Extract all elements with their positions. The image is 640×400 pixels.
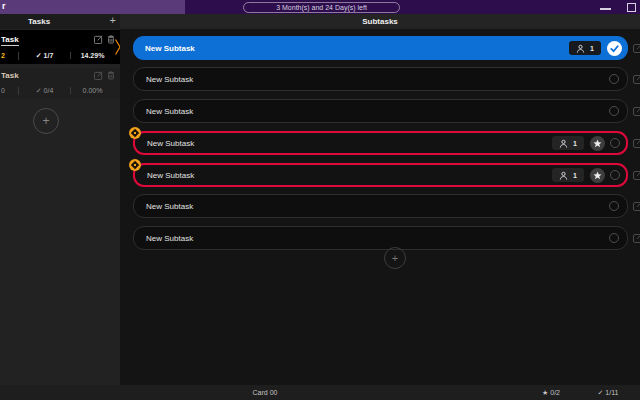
alert-badge-icon bbox=[129, 159, 141, 171]
task-count: 2 bbox=[0, 52, 18, 59]
titlebar-left-segment: r bbox=[0, 0, 185, 14]
add-subtask-circle-button[interactable]: + bbox=[384, 247, 406, 269]
assignee-count-badge: 1 bbox=[552, 168, 584, 182]
time-remaining-pill: 3 Month(s) and 24 Day(s) left bbox=[243, 2, 400, 13]
maximize-button[interactable] bbox=[627, 3, 636, 12]
complete-toggle[interactable] bbox=[609, 106, 619, 116]
assignee-count-badge: 1 bbox=[569, 41, 601, 55]
subtask-row[interactable]: New Subtask bbox=[133, 226, 628, 250]
subtask-row[interactable]: New Subtask bbox=[133, 67, 628, 91]
task-title: Task bbox=[1, 35, 19, 46]
subtasks-panel-header: Subtasks bbox=[120, 14, 640, 29]
task-percent: 14.29% bbox=[70, 52, 114, 59]
person-icon bbox=[559, 139, 568, 148]
subtask-row-flagged[interactable]: New Subtask 1 bbox=[133, 163, 628, 187]
star-button[interactable] bbox=[590, 168, 605, 183]
card-label: Card 00 bbox=[0, 389, 530, 396]
subtasks-panel: New Subtask 1 New Subtask bbox=[120, 29, 640, 385]
task-percent: 0.00% bbox=[70, 87, 114, 94]
add-task-circle-button[interactable]: + bbox=[33, 108, 59, 134]
minimize-button[interactable] bbox=[600, 8, 611, 10]
task-title: Task bbox=[1, 71, 19, 81]
check-icon: ✓ bbox=[36, 52, 42, 59]
task-stats: 2 ✓ 1/7 14.29% bbox=[0, 50, 114, 61]
edit-subtask-icon[interactable] bbox=[633, 201, 640, 211]
complete-toggle[interactable] bbox=[609, 201, 619, 211]
star-button[interactable] bbox=[590, 136, 605, 151]
task-card-selected[interactable]: Task 2 ✓ 1/7 14.29% bbox=[0, 30, 120, 64]
person-icon bbox=[559, 171, 568, 180]
edit-subtask-icon[interactable] bbox=[633, 233, 640, 243]
person-icon bbox=[576, 44, 585, 53]
statusbar: Card 00 ★ 0/2 ✓ 1/11 bbox=[0, 385, 640, 400]
titlebar: r 3 Month(s) and 24 Day(s) left bbox=[0, 0, 640, 14]
task-done-ratio: ✓ 0/4 bbox=[18, 87, 70, 95]
window-title-fragment: r bbox=[2, 1, 6, 11]
subtask-row[interactable]: New Subtask bbox=[133, 99, 628, 123]
edit-subtask-icon[interactable] bbox=[633, 106, 640, 116]
delete-task-icon[interactable] bbox=[107, 71, 115, 80]
completed-summary: ✓ 1/11 bbox=[586, 389, 630, 397]
subtask-row[interactable]: New Subtask bbox=[133, 194, 628, 218]
subtask-row-flagged[interactable]: New Subtask 1 bbox=[133, 131, 628, 155]
app-window: r 3 Month(s) and 24 Day(s) left Tasks + … bbox=[0, 0, 640, 400]
subtask-label: New Subtask bbox=[147, 171, 552, 180]
complete-toggle[interactable] bbox=[610, 138, 620, 148]
star-icon: ★ bbox=[542, 389, 548, 396]
subtask-label: New Subtask bbox=[145, 44, 569, 53]
assignee-count-badge: 1 bbox=[552, 136, 584, 150]
edit-task-icon[interactable] bbox=[94, 71, 103, 80]
task-count: 0 bbox=[0, 87, 18, 94]
task-stats: 0 ✓ 0/4 0.00% bbox=[0, 85, 114, 96]
edit-subtask-icon[interactable] bbox=[633, 43, 640, 53]
edit-task-icon[interactable] bbox=[94, 35, 103, 44]
complete-toggle-checked[interactable] bbox=[607, 41, 622, 56]
tasks-panel-title: Tasks bbox=[28, 17, 50, 26]
add-task-button[interactable]: + bbox=[110, 14, 116, 26]
task-card[interactable]: Task 0 ✓ 0/4 0.00% bbox=[0, 68, 120, 99]
alert-badge-icon bbox=[129, 127, 141, 139]
tasks-panel-header: Tasks + bbox=[0, 14, 120, 29]
starred-summary: ★ 0/2 bbox=[530, 389, 572, 397]
edit-subtask-icon[interactable] bbox=[633, 138, 640, 148]
subtask-label: New Subtask bbox=[146, 75, 609, 84]
delete-task-icon[interactable] bbox=[107, 35, 115, 44]
subtask-label: New Subtask bbox=[147, 139, 552, 148]
edit-subtask-icon[interactable] bbox=[633, 170, 640, 180]
check-icon: ✓ bbox=[598, 389, 604, 396]
edit-subtask-icon[interactable] bbox=[633, 74, 640, 84]
check-icon: ✓ bbox=[36, 87, 42, 94]
subtask-label: New Subtask bbox=[146, 234, 609, 243]
complete-toggle[interactable] bbox=[610, 170, 620, 180]
subtask-row-selected[interactable]: New Subtask 1 bbox=[133, 36, 628, 60]
subtask-label: New Subtask bbox=[146, 202, 609, 211]
tasks-sidebar: Task 2 ✓ 1/7 14.29% Task bbox=[0, 29, 120, 385]
complete-toggle[interactable] bbox=[609, 233, 619, 243]
subtask-label: New Subtask bbox=[146, 107, 609, 116]
task-done-ratio: ✓ 1/7 bbox=[18, 52, 70, 60]
complete-toggle[interactable] bbox=[609, 74, 619, 84]
